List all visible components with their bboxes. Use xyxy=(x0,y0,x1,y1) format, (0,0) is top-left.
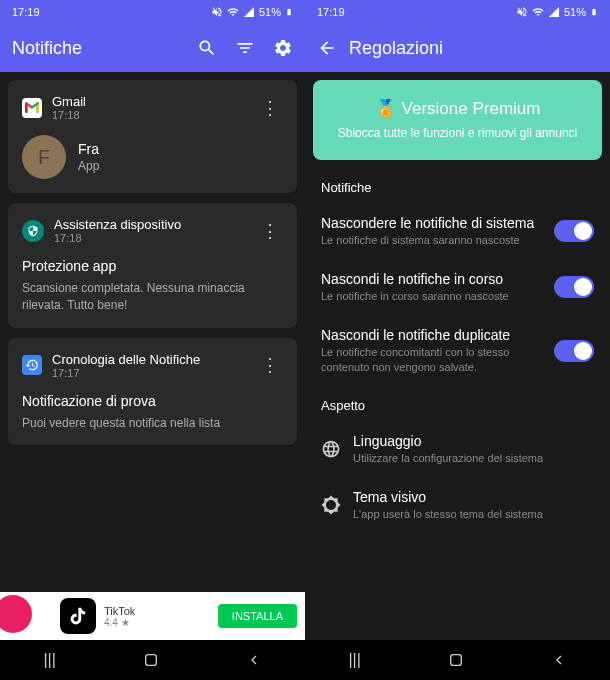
app-info: Cronologia delle Notifiche 17:17 xyxy=(52,352,247,379)
header-left: Notifiche xyxy=(0,24,305,72)
status-bar: 17:19 51% xyxy=(305,0,610,24)
tiktok-icon xyxy=(60,598,96,634)
battery-percent: 51% xyxy=(259,6,281,18)
setting-text: Nascondi le notifiche in corso Le notifi… xyxy=(321,271,542,303)
recents-button[interactable]: ||| xyxy=(43,651,55,669)
status-time: 17:19 xyxy=(317,6,345,18)
ad-image xyxy=(8,597,52,635)
setting-title: Tema visivo xyxy=(353,489,594,505)
setting-desc: L'app userà lo stesso tema del sistema xyxy=(353,507,594,521)
header-right: Regolazioni xyxy=(305,24,610,72)
app-name: Assistenza dispositivo xyxy=(54,217,247,232)
avatar: F xyxy=(22,135,66,179)
toggle-switch[interactable] xyxy=(554,220,594,242)
gear-icon[interactable] xyxy=(273,38,293,58)
premium-title: 🏅 Versione Premium xyxy=(327,98,588,119)
page-title: Regolazioni xyxy=(349,38,598,59)
ad-app-name: TikTok xyxy=(104,605,210,617)
app-time: 17:17 xyxy=(52,367,247,379)
signal-icon xyxy=(243,6,255,18)
home-button[interactable] xyxy=(448,652,464,668)
more-icon[interactable]: ⋮ xyxy=(257,354,283,376)
home-button[interactable] xyxy=(143,652,159,668)
svg-rect-1 xyxy=(450,655,461,666)
app-time: 17:18 xyxy=(52,109,247,121)
card-header: Gmail 17:18 ⋮ xyxy=(22,94,283,121)
gmail-icon xyxy=(22,98,42,118)
notification-sub: App xyxy=(78,159,283,173)
settings-content[interactable]: 🏅 Versione Premium Sblocca tutte le funz… xyxy=(305,72,610,640)
notification-desc: Scansione completata. Nessuna minaccia r… xyxy=(22,280,283,314)
recents-button[interactable]: ||| xyxy=(348,651,360,669)
page-title: Notifiche xyxy=(12,38,185,59)
wifi-icon xyxy=(227,6,239,18)
notification-desc: Puoi vedere questa notifica nella lista xyxy=(22,415,283,432)
premium-desc: Sblocca tutte le funzioni e rimuovi gli … xyxy=(327,125,588,142)
toggle-switch[interactable] xyxy=(554,340,594,362)
wifi-icon xyxy=(532,6,544,18)
battery-icon xyxy=(590,6,598,18)
app-name: Cronologia delle Notifiche xyxy=(52,352,247,367)
status-bar: 17:19 51% xyxy=(0,0,305,24)
shield-icon xyxy=(22,220,44,242)
nav-bar: ||| xyxy=(305,640,610,680)
setting-title: Linguaggio xyxy=(353,433,594,449)
notification-heading: Protezione app xyxy=(22,258,283,274)
setting-desc: Le notifiche in corso saranno nascoste xyxy=(321,289,542,303)
nav-bar: ||| xyxy=(0,640,305,680)
mute-icon xyxy=(516,6,528,18)
notification-body: F Fra App xyxy=(22,135,283,179)
battery-icon xyxy=(285,6,293,18)
back-arrow-icon[interactable] xyxy=(317,38,337,58)
ad-text: TikTok 4.4 ★ xyxy=(104,605,210,628)
mute-icon xyxy=(211,6,223,18)
notification-heading: Notificazione di prova xyxy=(22,393,283,409)
setting-desc: Le notifiche concomitanti con lo stesso … xyxy=(321,345,542,374)
app-name: Gmail xyxy=(52,94,247,109)
notification-card-assist[interactable]: Assistenza dispositivo 17:18 ⋮ Protezion… xyxy=(8,203,297,328)
medal-icon: 🏅 xyxy=(375,98,396,119)
history-icon xyxy=(22,355,42,375)
battery-percent: 51% xyxy=(564,6,586,18)
setting-text: Tema visivo L'app userà lo stesso tema d… xyxy=(353,489,594,521)
setting-text: Nascondi le notifiche duplicate Le notif… xyxy=(321,327,542,374)
sender-name: Fra xyxy=(78,141,283,157)
left-screen: 17:19 51% Notifiche Gmail 17:18 ⋮ xyxy=(0,0,305,680)
section-label-notifiche: Notifiche xyxy=(305,168,610,203)
setting-text: Linguaggio Utilizzare la configurazione … xyxy=(353,433,594,465)
status-icons: 51% xyxy=(516,6,598,18)
setting-hide-system[interactable]: Nascondere le notifiche di sistema Le no… xyxy=(305,203,610,259)
premium-card[interactable]: 🏅 Versione Premium Sblocca tutte le funz… xyxy=(313,80,602,160)
setting-hide-ongoing[interactable]: Nascondi le notifiche in corso Le notifi… xyxy=(305,259,610,315)
notification-list[interactable]: Gmail 17:18 ⋮ F Fra App Assistenza dispo… xyxy=(0,72,305,592)
more-icon[interactable]: ⋮ xyxy=(257,220,283,242)
ad-rating: 4.4 ★ xyxy=(104,617,210,628)
globe-icon xyxy=(321,439,341,459)
notification-text: Fra App xyxy=(78,141,283,173)
setting-desc: Utilizzare la configurazione del sistema xyxy=(353,451,594,465)
search-icon[interactable] xyxy=(197,38,217,58)
more-icon[interactable]: ⋮ xyxy=(257,97,283,119)
header-actions xyxy=(197,38,293,58)
notification-card-gmail[interactable]: Gmail 17:18 ⋮ F Fra App xyxy=(8,80,297,193)
right-screen: 17:19 51% Regolazioni 🏅 Versione Premium… xyxy=(305,0,610,680)
setting-desc: Le notifiche di sistema saranno nascoste xyxy=(321,233,542,247)
setting-text: Nascondere le notifiche di sistema Le no… xyxy=(321,215,542,247)
toggle-switch[interactable] xyxy=(554,276,594,298)
card-header: Cronologia delle Notifiche 17:17 ⋮ xyxy=(22,352,283,379)
card-header: Assistenza dispositivo 17:18 ⋮ xyxy=(22,217,283,244)
status-time: 17:19 xyxy=(12,6,40,18)
install-button[interactable]: INSTALLA xyxy=(218,604,297,628)
setting-hide-duplicate[interactable]: Nascondi le notifiche duplicate Le notif… xyxy=(305,315,610,386)
setting-title: Nascondi le notifiche in corso xyxy=(321,271,542,287)
brightness-icon xyxy=(321,495,341,515)
filter-icon[interactable] xyxy=(235,38,255,58)
ad-banner[interactable]: TikTok 4.4 ★ INSTALLA xyxy=(0,592,305,640)
signal-icon xyxy=(548,6,560,18)
back-button[interactable] xyxy=(551,652,567,668)
setting-theme[interactable]: Tema visivo L'app userà lo stesso tema d… xyxy=(305,477,610,533)
back-button[interactable] xyxy=(246,652,262,668)
setting-language[interactable]: Linguaggio Utilizzare la configurazione … xyxy=(305,421,610,477)
notification-card-chrono[interactable]: Cronologia delle Notifiche 17:17 ⋮ Notif… xyxy=(8,338,297,446)
app-info: Assistenza dispositivo 17:18 xyxy=(54,217,247,244)
